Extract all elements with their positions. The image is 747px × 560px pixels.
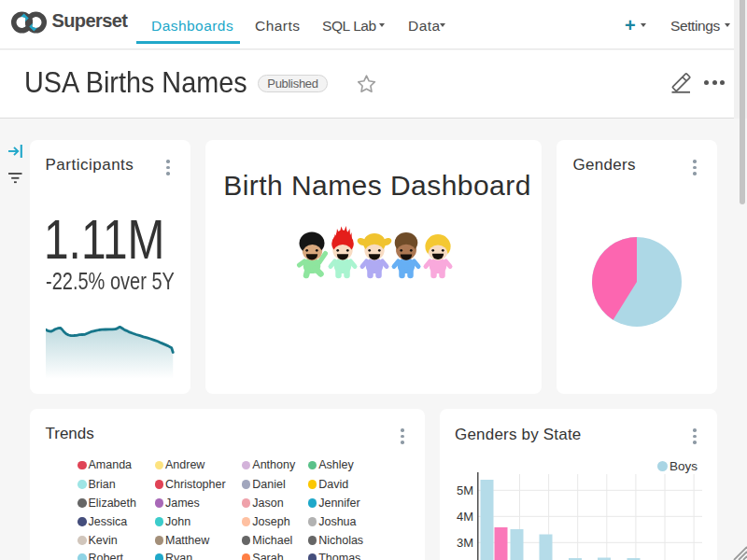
svg-text:3M: 3M <box>457 536 473 550</box>
svg-text:5M: 5M <box>457 483 473 497</box>
svg-text:4M: 4M <box>457 510 473 524</box>
